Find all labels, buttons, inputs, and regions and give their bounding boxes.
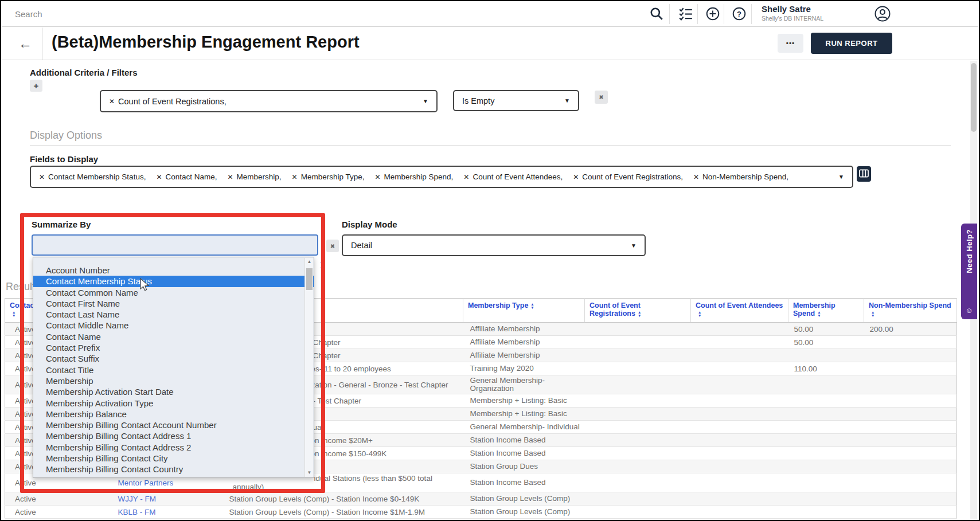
topbar-divider: [751, 4, 752, 24]
dropdown-option[interactable]: Contact Membership Status: [33, 276, 314, 287]
column-header[interactable]: Count of Event Attendees▲▼: [691, 299, 788, 323]
cell-event-attendees: [691, 434, 788, 447]
cell-event-registrations: [585, 323, 691, 336]
clear-summarize-button[interactable]: ✖: [326, 240, 339, 252]
remove-filter-button[interactable]: ✖: [595, 91, 608, 104]
chevron-down-icon: ▼: [631, 242, 637, 249]
field-chip[interactable]: ✕Non-Membership Spend,: [693, 173, 788, 181]
page-title: (Beta)Membership Engagement Report: [52, 33, 360, 52]
cell-membership-spend: [788, 421, 864, 434]
cell-event-registrations: [585, 506, 691, 519]
sort-icon[interactable]: ▲▼: [817, 311, 821, 317]
dropdown-option[interactable]: Membership Activation Start Date: [33, 386, 314, 397]
field-chip[interactable]: ✕Contact Name,: [156, 173, 217, 181]
top-navigation-bar: ? Shelly Satre Shelly's DB INTERNAL: [2, 1, 978, 27]
cell-membership-spend: [788, 394, 864, 408]
remove-icon[interactable]: ✕: [463, 173, 469, 181]
filter-field-select[interactable]: ✕ Count of Event Registrations, ▼: [100, 90, 438, 112]
column-header[interactable]: Count of Event Registrations▲▼: [585, 299, 691, 323]
sort-icon[interactable]: ▲▼: [871, 311, 874, 317]
dropdown-option[interactable]: Membership Billing Contact City: [33, 453, 314, 464]
dropdown-option[interactable]: Membership Billing Contact Country: [33, 464, 314, 475]
field-chip[interactable]: ✕Membership Spend,: [374, 173, 453, 181]
dropdown-option[interactable]: Contact Name: [33, 331, 314, 342]
dropdown-option[interactable]: Contact Last Name: [33, 309, 314, 320]
page-scrollbar-thumb[interactable]: [971, 63, 977, 132]
column-header[interactable]: Membership Spend▲▼: [788, 299, 864, 323]
section-divider: [30, 145, 951, 146]
user-account-menu[interactable]: Shelly Satre Shelly's DB INTERNAL: [762, 4, 823, 22]
add-filter-button[interactable]: +: [30, 80, 42, 92]
cell-membership: Station Group Levels (Comp) - Station In…: [222, 492, 463, 506]
add-icon[interactable]: [705, 6, 720, 21]
run-report-button[interactable]: RUN REPORT: [811, 33, 892, 54]
need-help-tab[interactable]: Need Help? ☺: [961, 224, 977, 319]
remove-icon[interactable]: ✕: [693, 173, 699, 181]
back-button[interactable]: ←: [15, 34, 36, 53]
field-chip[interactable]: ✕Contact Membership Status,: [39, 173, 146, 181]
cell-membership-spend: [788, 506, 864, 519]
dropdown-option[interactable]: Membership Billing Contact Address 2: [33, 442, 314, 453]
dropdown-option[interactable]: Contact Common Name: [33, 287, 314, 298]
checklist-icon[interactable]: [678, 6, 693, 21]
sort-icon[interactable]: ▲▼: [698, 311, 701, 317]
sort-icon[interactable]: ▲▼: [530, 303, 534, 309]
filter-operator-select[interactable]: Is Empty ▼: [453, 90, 579, 111]
dropdown-option[interactable]: Contact Title: [33, 365, 314, 375]
contact-link[interactable]: KBLB - FM: [118, 508, 156, 516]
more-options-button[interactable]: •••: [778, 34, 803, 53]
dropdown-option[interactable]: Account Number: [33, 265, 314, 276]
fields-to-display-select[interactable]: ✕Contact Membership Status, ✕Contact Nam…: [30, 166, 853, 188]
display-options-title: Display Options: [30, 130, 102, 142]
dropdown-option[interactable]: Contact Middle Name: [33, 320, 314, 331]
sort-icon[interactable]: ▲▼: [12, 311, 15, 317]
dropdown-option[interactable]: Contact Suffix: [33, 353, 314, 364]
scrollbar-thumb[interactable]: [306, 268, 313, 290]
remove-icon[interactable]: ✕: [573, 173, 579, 181]
dropdown-option[interactable]: Contact First Name: [33, 298, 314, 309]
global-search-input[interactable]: [15, 6, 302, 22]
dropdown-option[interactable]: Membership: [33, 375, 314, 386]
avatar-icon[interactable]: [874, 5, 891, 22]
dropdown-option[interactable]: Contact Prefix: [33, 342, 314, 353]
scroll-up-icon[interactable]: ▲: [305, 258, 314, 266]
field-chip[interactable]: ✕Count of Event Registrations,: [573, 173, 683, 181]
chevron-down-icon: ▼: [423, 98, 428, 104]
cell-membership-type: Station Income Based: [463, 434, 585, 447]
remove-icon[interactable]: ✕: [109, 97, 115, 105]
dropdown-option[interactable]: Membership Activation Type: [33, 398, 314, 409]
remove-icon[interactable]: ✕: [156, 173, 162, 181]
column-header[interactable]: Membership Type▲▼: [463, 299, 585, 323]
summarize-by-label: Summarize By: [32, 220, 91, 229]
remove-icon[interactable]: ✕: [374, 173, 380, 181]
cell-event-registrations: [585, 447, 691, 460]
remove-icon[interactable]: ✕: [39, 173, 45, 181]
dropdown-scrollbar[interactable]: ▲ ▼: [304, 258, 313, 477]
search-icon[interactable]: [649, 6, 664, 21]
field-chip[interactable]: ✕Membership,: [228, 173, 282, 181]
field-chip-label: Contact Name,: [165, 173, 217, 181]
dropdown-option[interactable]: Membership Billing Contact Address 1: [33, 430, 314, 441]
field-chip[interactable]: ✕Count of Event Attendees,: [463, 173, 563, 181]
contact-link[interactable]: Mentor Partners: [118, 479, 174, 487]
column-header[interactable]: Non-Membership Spend▲▼: [864, 299, 957, 323]
sort-icon[interactable]: ▲▼: [638, 311, 641, 317]
contact-link[interactable]: WJJY - FM: [118, 495, 157, 503]
display-mode-label: Display Mode: [342, 220, 397, 229]
field-chip-label: Count of Event Registrations,: [582, 173, 683, 181]
field-chip[interactable]: ✕Membership Type,: [292, 173, 365, 181]
column-layout-button[interactable]: [857, 166, 871, 182]
summarize-by-input[interactable]: [32, 234, 318, 256]
cell-membership-spend: [788, 434, 864, 447]
smiley-icon: ☺: [965, 306, 973, 315]
scroll-down-icon[interactable]: ▼: [305, 469, 314, 477]
help-icon[interactable]: ?: [732, 6, 747, 21]
cell-event-attendees: [691, 362, 788, 375]
dropdown-option[interactable]: Membership Billing Contact Account Numbe…: [33, 420, 314, 430]
dropdown-option[interactable]: Membership Balance: [33, 409, 314, 420]
obscured-link-fragment[interactable]: y: [321, 259, 325, 268]
remove-icon[interactable]: ✕: [292, 173, 298, 181]
display-mode-select[interactable]: Detail ▼: [342, 234, 646, 256]
app-window: ? Shelly Satre Shelly's DB INTERNAL ← (B…: [0, 0, 980, 521]
remove-icon[interactable]: ✕: [228, 173, 233, 181]
